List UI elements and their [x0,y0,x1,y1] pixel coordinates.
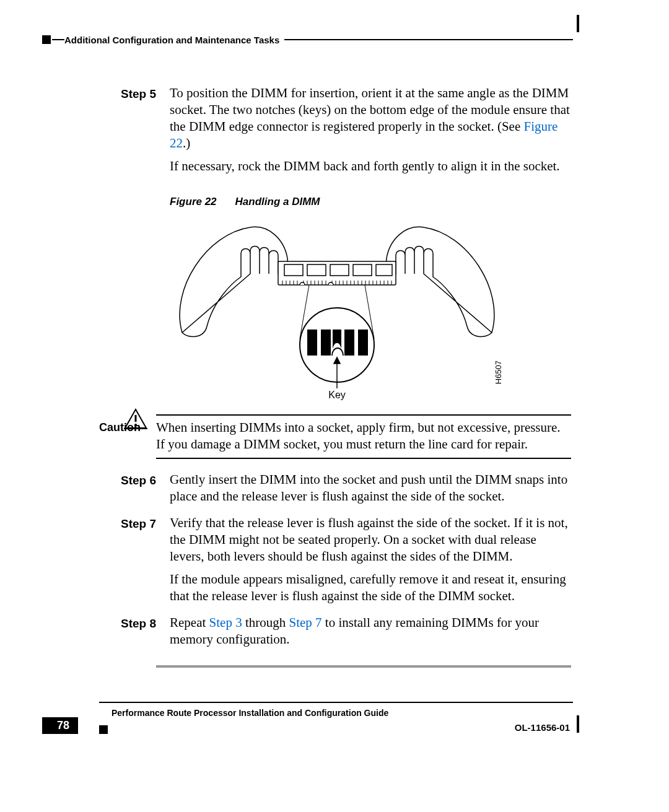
svg-point-46 [134,424,137,426]
svg-rect-2 [307,264,326,276]
svg-rect-41 [358,330,368,356]
procedure-end-rule [156,665,571,668]
header-square-marker [42,35,51,44]
step-6: Step 6 Gently insert the DIMM into the s… [99,471,571,511]
caution-icon [124,408,147,432]
figure-22-caption: Figure 22Handling a DIMM [170,193,571,210]
step-6-label: Step 6 [99,471,170,511]
step-8-text-b: through [242,615,289,630]
figure-key-label: Key [328,390,346,400]
running-header-title: Additional Configuration and Maintenance… [64,35,284,45]
footer-rule [99,702,573,703]
svg-rect-40 [344,330,354,356]
svg-rect-39 [321,330,331,356]
svg-rect-4 [353,264,372,276]
svg-rect-38 [307,330,317,356]
crop-mark-top-right [577,15,579,32]
dimm-handling-icon: Key H6507 [170,215,504,401]
step-7: Step 7 Verify that the release lever is … [99,515,571,611]
step-8: Step 8 Repeat Step 3 through Step 7 to i… [99,614,571,654]
step-7-para-1: Verify that the release lever is flush a… [170,515,571,565]
figure-art-id: H6507 [494,360,503,384]
figure-22-number: Figure 22 [170,196,235,207]
footer-square-marker [99,725,108,734]
step-7-link[interactable]: Step 7 [289,615,321,630]
step-8-para-1: Repeat Step 3 through Step 7 to install … [170,614,571,648]
step-5-label: Step 5 [99,85,170,401]
caution-block: Caution When inserting DIMMs into a sock… [99,414,571,459]
step-6-para-1: Gently insert the DIMM into the socket a… [170,471,571,505]
step-8-label: Step 8 [99,614,170,654]
step-5: Step 5 To position the DIMM for insertio… [99,85,571,401]
step-5-para-1: To position the DIMM for insertion, orie… [170,85,571,152]
figure-22-title: Handling a DIMM [235,196,320,207]
caution-rule-top [156,414,571,416]
caution-text: When inserting DIMMs into a socket, appl… [156,419,571,453]
crop-mark-bottom-right [577,715,579,733]
footer-book-title: Performance Route Processor Installation… [112,708,388,718]
figure-22-illustration: Key H6507 [170,215,504,401]
step-5-para-1-text-a: To position the DIMM for insertion, orie… [170,85,570,134]
footer-doc-id: OL-11656-01 [515,722,570,733]
page-number: 78 [42,717,78,734]
svg-rect-3 [330,264,349,276]
step-3-link[interactable]: Step 3 [209,615,242,630]
step-5-para-1-text-b: .) [183,136,190,151]
step-7-para-2: If the module appears misaligned, carefu… [170,571,571,605]
svg-rect-1 [284,264,303,276]
step-7-label: Step 7 [99,515,170,611]
caution-rule-bottom [156,458,571,459]
svg-rect-5 [376,264,392,276]
step-5-para-2: If necessary, rock the DIMM back and for… [170,158,571,175]
step-8-text-a: Repeat [170,615,209,630]
